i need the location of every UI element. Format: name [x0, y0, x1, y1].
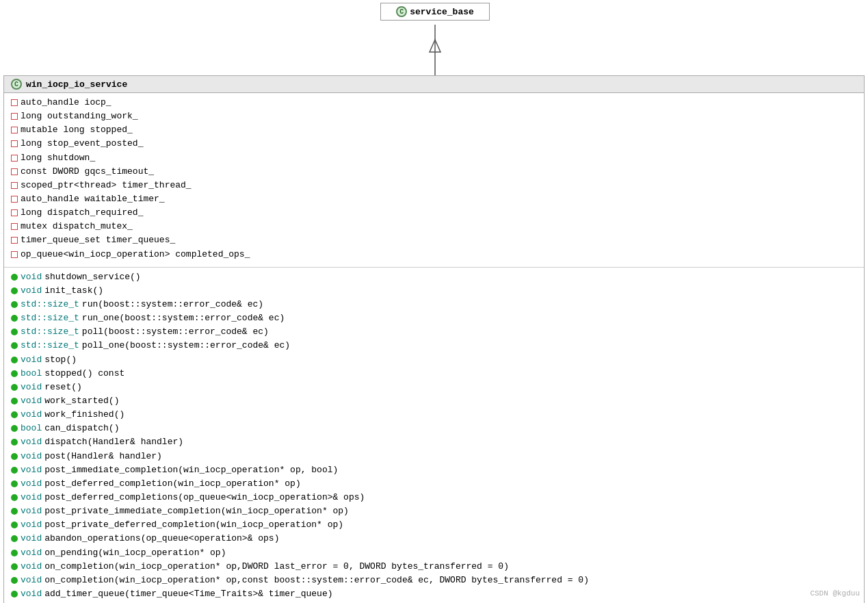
method-row: void post_private_immediate_completion(w…: [11, 504, 857, 518]
method-icon-green: [11, 329, 18, 335]
fields-section: auto_handle iocp_ long outstanding_work_…: [4, 93, 864, 268]
method-icon-green: [11, 274, 18, 281]
field-row: mutex dispatch_mutex_: [11, 220, 857, 233]
field-row: long outstanding_work_: [11, 110, 857, 123]
field-text-6: const DWORD gqcs_timeout_: [21, 165, 154, 179]
field-row: auto_handle iocp_: [11, 96, 857, 110]
top-class-box: C service_base: [380, 3, 490, 21]
method-row: bool stopped() const: [11, 367, 857, 381]
watermark: CSDN @kgduu: [810, 589, 860, 598]
method-row: std::size_t poll(boost::system::error_co…: [11, 325, 857, 339]
main-class-header: C win_iocp_io_service: [4, 76, 864, 93]
method-icon-green: [11, 522, 18, 528]
main-class-icon: C: [11, 79, 22, 90]
method-row: void post_immediate_completion(win_iocp_…: [11, 463, 857, 477]
field-text-4: long stop_event_posted_: [21, 137, 143, 151]
methods-section: void shutdown_service() void init_task()…: [4, 268, 864, 603]
main-class-name: win_iocp_io_service: [26, 79, 127, 90]
field-row: long shutdown_: [11, 151, 857, 165]
method-icon-green: [11, 577, 18, 584]
method-row: std::size_t run(boost::system::error_cod…: [11, 298, 857, 311]
field-icon-9: [11, 209, 18, 216]
field-text-2: long outstanding_work_: [21, 110, 138, 123]
method-icon-green: [11, 384, 18, 391]
method-icon-green: [11, 411, 18, 418]
method-icon-green: [11, 508, 18, 515]
field-icon-5: [11, 155, 18, 162]
field-row: long stop_event_posted_: [11, 137, 857, 151]
method-icon-green: [11, 467, 18, 474]
method-row: void work_started(): [11, 394, 857, 408]
method-row: void post_deferred_completion(win_iocp_o…: [11, 477, 857, 491]
method-row: std::size_t poll_one(boost::system::erro…: [11, 339, 857, 352]
field-row: const DWORD gqcs_timeout_: [11, 165, 857, 179]
field-row: long dispatch_required_: [11, 206, 857, 220]
method-icon-green: [11, 550, 18, 556]
method-row: void post(Handler& handler): [11, 450, 857, 463]
method-icon-green: [11, 398, 18, 405]
method-row: void stop(): [11, 353, 857, 367]
field-icon-12: [11, 251, 18, 258]
field-text-8: auto_handle waitable_timer_: [21, 192, 165, 206]
method-row: void on_completion(win_iocp_operation* o…: [11, 560, 857, 574]
method-row: void post_deferred_completions(op_queue<…: [11, 491, 857, 504]
method-icon-green: [11, 480, 18, 487]
method-row: void on_completion(win_iocp_operation* o…: [11, 574, 857, 587]
field-icon-4: [11, 140, 18, 147]
field-icon-7: [11, 182, 18, 189]
method-icon-green: [11, 563, 18, 570]
main-class-box: C win_iocp_io_service auto_handle iocp_ …: [3, 75, 865, 603]
field-row: mutable long stopped_: [11, 123, 857, 137]
field-icon-11: [11, 237, 18, 244]
field-text-10: mutex dispatch_mutex_: [21, 220, 133, 233]
field-text-12: op_queue<win_iocp_operation> completed_o…: [21, 248, 250, 261]
method-row: void dispatch(Handler& handler): [11, 435, 857, 449]
method-row: void post_private_deferred_completion(wi…: [11, 518, 857, 532]
field-text-5: long shutdown_: [21, 151, 95, 165]
field-icon-10: [11, 223, 18, 230]
method-icon-green: [11, 535, 18, 542]
method-icon-green: [11, 315, 18, 322]
field-icon-3: [11, 127, 18, 133]
field-text-3: mutable long stopped_: [21, 123, 133, 137]
method-icon-green: [11, 494, 18, 501]
method-row: void abandon_operations(op_queue<operati…: [11, 532, 857, 546]
field-icon-1: [11, 99, 18, 106]
method-row: void work_finished(): [11, 408, 857, 422]
field-text-1: auto_handle iocp_: [21, 96, 111, 110]
method-icon-green: [11, 342, 18, 349]
field-row: op_queue<win_iocp_operation> completed_o…: [11, 248, 857, 261]
field-icon-6: [11, 168, 18, 175]
method-icon-green: [11, 591, 18, 598]
method-icon-green: [11, 453, 18, 460]
method-icon-green: [11, 357, 18, 363]
diagram-container: C service_base C win_iocp_io_service aut…: [0, 0, 868, 603]
top-class-icon: C: [396, 6, 407, 17]
field-row: scoped_ptr<thread> timer_thread_: [11, 179, 857, 192]
svg-marker-1: [430, 40, 440, 52]
method-icon-green: [11, 439, 18, 446]
field-text-9: long dispatch_required_: [21, 206, 143, 220]
method-row: void shutdown_service(): [11, 270, 857, 284]
method-row: void reset(): [11, 381, 857, 394]
method-text: void: [21, 270, 42, 284]
method-row: void init_task(): [11, 284, 857, 298]
top-class-name: service_base: [410, 7, 474, 17]
method-icon-green: [11, 370, 18, 377]
method-row: void add_timer_queue(timer_queue<Time_Tr…: [11, 587, 857, 601]
field-row: auto_handle waitable_timer_: [11, 192, 857, 206]
field-text-11: timer_queue_set timer_queues_: [21, 233, 175, 247]
method-icon-green: [11, 301, 18, 308]
method-row: std::size_t run_one(boost::system::error…: [11, 311, 857, 325]
field-row: timer_queue_set timer_queues_: [11, 233, 857, 247]
field-icon-8: [11, 196, 18, 203]
field-text-7: scoped_ptr<thread> timer_thread_: [21, 179, 192, 192]
method-icon-green: [11, 425, 18, 432]
field-icon-2: [11, 113, 18, 120]
method-row: bool can_dispatch(): [11, 422, 857, 435]
method-icon-green: [11, 287, 18, 294]
method-row: void on_pending(win_iocp_operation* op): [11, 546, 857, 560]
